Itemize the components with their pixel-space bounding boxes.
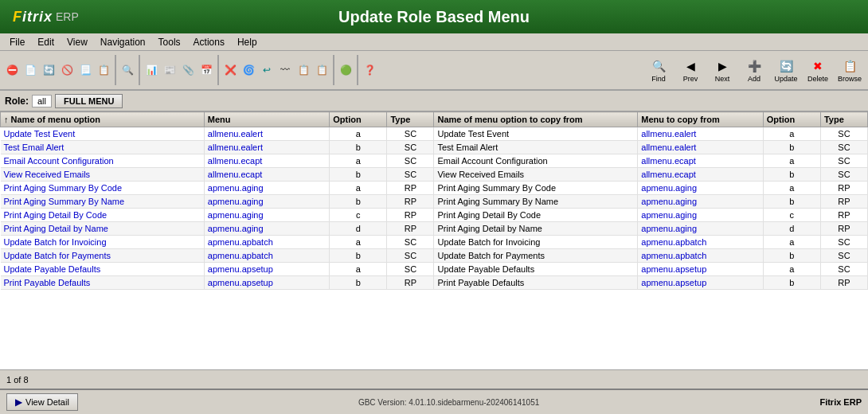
table-row[interactable]: Print Aging Summary By Nameapmenu.agingb… bbox=[1, 195, 868, 209]
logo: Fitrix ERP bbox=[13, 9, 79, 25]
table-row[interactable]: View Received Emailsallmenu.ecaptbSCView… bbox=[1, 168, 868, 182]
separator-1 bbox=[115, 55, 116, 85]
update-label: Update bbox=[774, 75, 797, 83]
view-detail-label: View Detail bbox=[25, 397, 69, 407]
data-table: ↑ Name of menu option Menu Option Type N… bbox=[0, 111, 868, 290]
separator-3 bbox=[217, 55, 219, 85]
page-info: 1 of 8 bbox=[6, 375, 29, 385]
prev-label: Prev bbox=[683, 75, 698, 83]
brand-text: Fitrix ERP bbox=[819, 397, 862, 407]
delete-icon: ✖ bbox=[809, 57, 827, 75]
toolbar-icon-1[interactable]: ⛔ bbox=[3, 61, 21, 79]
table-container[interactable]: ↑ Name of menu option Menu Option Type N… bbox=[0, 111, 868, 369]
prev-icon: ◀ bbox=[682, 57, 699, 75]
toolbar-icon-18[interactable]: 🟢 bbox=[337, 61, 354, 79]
toolbar-icon-3[interactable]: 🔄 bbox=[40, 61, 57, 79]
menu-file[interactable]: File bbox=[3, 35, 31, 49]
rolebar: Role: all FULL MENU bbox=[0, 91, 868, 111]
main-content: ↑ Name of menu option Menu Option Type N… bbox=[0, 111, 868, 369]
table-row[interactable]: Print Aging Detail by Nameapmenu.agingdR… bbox=[1, 222, 868, 236]
col-header-name[interactable]: ↑ Name of menu option bbox=[1, 112, 205, 127]
table-row[interactable]: Update Test Eventallmenu.ealertaSCUpdate… bbox=[1, 127, 868, 141]
page-title: Update Role Based Menu bbox=[338, 8, 530, 26]
browse-button[interactable]: 📋 Browse bbox=[835, 55, 865, 85]
toolbar-icon-7[interactable]: 🔍 bbox=[119, 61, 136, 79]
table-row[interactable]: Update Batch for Invoicingapmenu.apbatch… bbox=[1, 236, 868, 249]
toolbar-icon-17[interactable]: 📋 bbox=[313, 61, 330, 79]
delete-label: Delete bbox=[807, 75, 828, 83]
toolbar-icon-15[interactable]: 〰 bbox=[276, 61, 294, 79]
toolbar-icon-2[interactable]: 📄 bbox=[22, 61, 39, 79]
col-header-copymenu[interactable]: Menu to copy from bbox=[638, 112, 763, 127]
col-header-type[interactable]: Type bbox=[387, 112, 434, 127]
next-button[interactable]: ▶ Next bbox=[707, 55, 737, 85]
toolbar-icon-10[interactable]: 📎 bbox=[179, 61, 197, 79]
toolbar-icon-11[interactable]: 📅 bbox=[197, 61, 215, 79]
role-label: Role: bbox=[5, 96, 29, 107]
view-detail-button[interactable]: ▶ View Detail bbox=[6, 393, 78, 411]
col-header-copyoption[interactable]: Option bbox=[763, 112, 820, 127]
menu-help[interactable]: Help bbox=[231, 35, 264, 49]
logo-erp: ERP bbox=[56, 10, 79, 23]
table-row[interactable]: Update Batch for Paymentsapmenu.apbatchb… bbox=[1, 249, 868, 263]
separator-4 bbox=[333, 55, 334, 85]
update-icon: 🔄 bbox=[777, 57, 795, 75]
menu-view[interactable]: View bbox=[61, 35, 94, 49]
view-detail-arrow-icon: ▶ bbox=[15, 396, 22, 408]
browse-icon: 📋 bbox=[841, 57, 858, 75]
version-text: GBC Version: 4.01.10.sidebarmenu-2024061… bbox=[358, 398, 539, 407]
toolbar-icon-4[interactable]: 🚫 bbox=[58, 61, 76, 79]
col-header-menu[interactable]: Menu bbox=[204, 112, 329, 127]
toolbar: ⛔ 📄 🔄 🚫 📃 📋 🔍 📊 📰 📎 📅 ❌ 🌀 ↩ 〰 📋 📋 🟢 ❓ 🔍 … bbox=[0, 51, 868, 91]
toolbar-icon-9[interactable]: 📰 bbox=[161, 61, 178, 79]
toolbar-icon-12[interactable]: ❌ bbox=[221, 61, 239, 79]
add-icon: ➕ bbox=[745, 57, 763, 75]
toolbar-icon-14[interactable]: ↩ bbox=[258, 61, 276, 79]
separator-5 bbox=[357, 55, 358, 85]
delete-button[interactable]: ✖ Delete bbox=[803, 55, 833, 85]
find-button[interactable]: 🔍 Find bbox=[643, 55, 674, 85]
add-button[interactable]: ➕ Add bbox=[739, 55, 769, 85]
full-menu-button[interactable]: FULL MENU bbox=[55, 94, 123, 108]
table-row[interactable]: Email Account Configurationallmenu.ecapt… bbox=[1, 154, 868, 168]
menu-navigation[interactable]: Navigation bbox=[94, 35, 152, 49]
menu-actions[interactable]: Actions bbox=[187, 35, 231, 49]
table-row[interactable]: Test Email Alertallmenu.ealertbSCTest Em… bbox=[1, 141, 868, 154]
toolbar-icon-5[interactable]: 📃 bbox=[76, 61, 94, 79]
logo-text: Fitrix bbox=[13, 9, 53, 25]
browse-label: Browse bbox=[838, 75, 862, 83]
table-header-row: ↑ Name of menu option Menu Option Type N… bbox=[1, 112, 868, 127]
bottombar: ▶ View Detail GBC Version: 4.01.10.sideb… bbox=[0, 389, 868, 414]
toolbar-icon-6[interactable]: 📋 bbox=[95, 61, 112, 79]
col-header-option[interactable]: Option bbox=[330, 112, 387, 127]
col-header-copytype[interactable]: Type bbox=[820, 112, 867, 127]
table-row[interactable]: Print Aging Detail By Codeapmenu.agingcR… bbox=[1, 209, 868, 222]
table-row[interactable]: Print Payable Defaultsapmenu.apsetupbRPP… bbox=[1, 276, 868, 290]
menubar: File Edit View Navigation Tools Actions … bbox=[0, 33, 868, 51]
add-label: Add bbox=[748, 75, 760, 83]
table-row[interactable]: Print Aging Summary By Codeapmenu.aginga… bbox=[1, 182, 868, 195]
find-icon: 🔍 bbox=[650, 57, 667, 75]
menu-tools[interactable]: Tools bbox=[152, 35, 187, 49]
toolbar-icon-19[interactable]: ❓ bbox=[361, 61, 378, 79]
toolbar-icon-8[interactable]: 📊 bbox=[143, 61, 160, 79]
statusbar: 1 of 8 bbox=[0, 369, 868, 389]
table-body: Update Test Eventallmenu.ealertaSCUpdate… bbox=[1, 127, 868, 290]
next-label: Next bbox=[715, 75, 730, 83]
next-icon: ▶ bbox=[714, 57, 731, 75]
menu-edit[interactable]: Edit bbox=[31, 35, 61, 49]
find-label: Find bbox=[651, 75, 666, 83]
col-header-copyname[interactable]: Name of menu option to copy from bbox=[434, 112, 638, 127]
toolbar-icon-16[interactable]: 📋 bbox=[295, 61, 312, 79]
prev-button[interactable]: ◀ Prev bbox=[675, 55, 706, 85]
separator-2 bbox=[139, 55, 140, 85]
role-value[interactable]: all bbox=[32, 95, 52, 107]
table-row[interactable]: Update Payable Defaultsapmenu.apsetupaSC… bbox=[1, 263, 868, 276]
header: Fitrix ERP Update Role Based Menu bbox=[0, 0, 868, 33]
toolbar-icon-13[interactable]: 🌀 bbox=[240, 61, 257, 79]
update-button[interactable]: 🔄 Update bbox=[771, 55, 801, 85]
